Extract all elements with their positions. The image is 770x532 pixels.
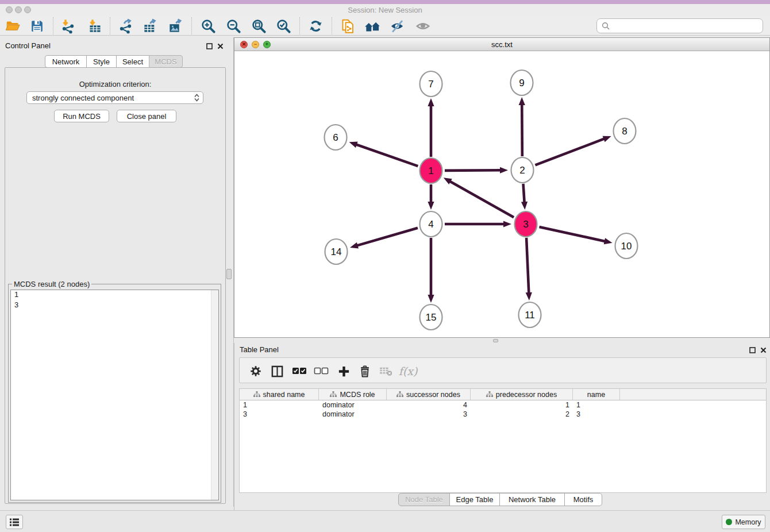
- save-session-button[interactable]: [28, 17, 45, 34]
- delete-table-button[interactable]: [378, 363, 395, 380]
- cell-MCDS-role[interactable]: dominator: [319, 410, 387, 419]
- graph-edge-arrowhead: [428, 295, 434, 303]
- graph-edge-arrowhead: [428, 202, 434, 210]
- graph-node-label: 14: [331, 246, 342, 257]
- column-header-name[interactable]: name: [573, 389, 620, 400]
- table-tab-network-table[interactable]: Network Table: [499, 493, 565, 506]
- import-table-button[interactable]: [86, 17, 103, 34]
- zoom-in-button[interactable]: [199, 17, 217, 34]
- graph-edge-arrowhead: [519, 97, 525, 105]
- cell-name[interactable]: 3: [573, 410, 620, 419]
- graph-edge-4-14[interactable]: [357, 228, 418, 246]
- split-panel-button[interactable]: [268, 363, 286, 380]
- refresh-icon: [308, 18, 324, 34]
- function-builder-button[interactable]: f(x): [399, 363, 417, 380]
- zoom-fit-icon: [251, 18, 267, 34]
- graph-edge-arrowhead: [603, 136, 611, 142]
- graph-edge-3-11[interactable]: [526, 238, 529, 294]
- network-graph[interactable]: 1234678910111415: [234, 51, 769, 337]
- zoom-fit-button[interactable]: [250, 17, 267, 34]
- column-header-predecessor-nodes[interactable]: predecessor nodes: [471, 389, 573, 400]
- apply-layout-button[interactable]: [307, 17, 324, 34]
- hide-selected-button[interactable]: [388, 17, 406, 34]
- control-panel-tabs: Network Style Select MCDS: [45, 55, 183, 68]
- show-panel-list-button[interactable]: [6, 515, 23, 529]
- vertical-splitter-handle[interactable]: [226, 269, 232, 279]
- graph-edge-2-9[interactable]: [522, 104, 522, 156]
- graph-node-label: 3: [523, 219, 528, 230]
- criterion-select[interactable]: strongly connected component: [26, 91, 203, 104]
- node-table[interactable]: shared nameMCDS rolesuccessor nodesprede…: [239, 388, 767, 493]
- horizontal-splitter[interactable]: [234, 338, 770, 343]
- network-frame-titlebar[interactable]: ✕ − + scc.txt: [234, 38, 769, 51]
- graph-edge-2-3[interactable]: [523, 184, 525, 203]
- delete-column-button[interactable]: [356, 363, 374, 380]
- attribute-icon: [253, 391, 260, 398]
- column-header-MCDS-role[interactable]: MCDS role: [319, 389, 387, 400]
- new-network-from-selection-button[interactable]: [339, 17, 356, 34]
- table-body: 1dominator4113dominator323: [240, 400, 766, 419]
- graph-edge-2-8[interactable]: [535, 138, 605, 165]
- search-field[interactable]: [596, 18, 763, 33]
- search-input[interactable]: [613, 22, 758, 30]
- add-column-button[interactable]: [335, 363, 352, 380]
- table-row[interactable]: 1dominator411: [240, 400, 766, 410]
- table-tab-edge-table[interactable]: Edge Table: [449, 493, 500, 506]
- float-panel-button[interactable]: [205, 42, 213, 50]
- tab-select[interactable]: Select: [116, 55, 149, 68]
- close-panel-action-button[interactable]: Close panel: [117, 110, 176, 122]
- network-canvas[interactable]: 1234678910111415: [234, 51, 769, 337]
- cell-name[interactable]: 1: [573, 400, 620, 410]
- column-header-shared-name[interactable]: shared name: [240, 389, 319, 400]
- first-neighbors-button[interactable]: [364, 17, 381, 34]
- mcds-result-textarea[interactable]: 1 3: [10, 290, 219, 500]
- cell-shared-name[interactable]: 3: [240, 410, 319, 419]
- export-table-button[interactable]: [141, 17, 159, 34]
- export-network-button[interactable]: [117, 17, 134, 34]
- cell-successor-nodes[interactable]: 3: [387, 410, 471, 419]
- cell-successor-nodes[interactable]: 4: [387, 400, 471, 410]
- cell-MCDS-role[interactable]: dominator: [319, 400, 387, 410]
- show-all-button[interactable]: [414, 17, 432, 34]
- close-panel-button[interactable]: [216, 42, 224, 50]
- column-header-successor-nodes[interactable]: successor nodes: [387, 389, 471, 400]
- graph-edge-arrowhead: [349, 142, 358, 148]
- column-header-label: successor nodes: [406, 391, 460, 399]
- graph-edge-arrowhead: [500, 167, 508, 174]
- graph-edge-1-6[interactable]: [356, 144, 418, 166]
- result-line: 3: [11, 300, 218, 311]
- eye-slash-icon: [389, 18, 405, 34]
- horizontal-splitter-handle[interactable]: [493, 339, 498, 342]
- float-table-panel-button[interactable]: [748, 346, 756, 354]
- run-mcds-button[interactable]: Run MCDS: [54, 110, 109, 122]
- memory-button[interactable]: Memory: [722, 515, 765, 529]
- table-tab-motifs[interactable]: Motifs: [564, 493, 602, 506]
- tab-mcds[interactable]: MCDS: [149, 55, 183, 68]
- import-network-button[interactable]: [59, 17, 76, 34]
- cell-predecessor-nodes[interactable]: 2: [471, 410, 573, 419]
- result-scrollbar[interactable]: [211, 290, 218, 500]
- cell-shared-name[interactable]: 1: [240, 400, 319, 410]
- zoom-out-button[interactable]: [225, 17, 242, 34]
- open-session-button[interactable]: [4, 17, 21, 34]
- select-all-columns-button[interactable]: [291, 363, 308, 380]
- status-bar: Memory: [0, 510, 770, 532]
- column-settings-button[interactable]: [247, 363, 264, 380]
- tab-style[interactable]: Style: [86, 55, 117, 68]
- graph-edge-3-10[interactable]: [539, 227, 605, 241]
- graph-edge-1-2[interactable]: [445, 170, 501, 171]
- graph-edge-arrowhead: [428, 98, 434, 106]
- tab-network[interactable]: Network: [45, 55, 87, 68]
- table-tab-node-table[interactable]: Node Table: [398, 493, 450, 506]
- table-row[interactable]: 3dominator323: [240, 410, 766, 419]
- deselect-all-columns-button[interactable]: [313, 363, 330, 380]
- graph-edge-3-1[interactable]: [449, 181, 514, 217]
- close-table-panel-button[interactable]: [759, 346, 767, 354]
- export-image-button[interactable]: [167, 17, 184, 34]
- eye-icon: [415, 18, 431, 34]
- cell-predecessor-nodes[interactable]: 1: [471, 400, 573, 410]
- result-line: 1: [11, 290, 218, 300]
- two-columns-icon: [271, 365, 284, 378]
- open-folder-icon: [5, 18, 20, 33]
- zoom-selected-button[interactable]: [275, 17, 292, 34]
